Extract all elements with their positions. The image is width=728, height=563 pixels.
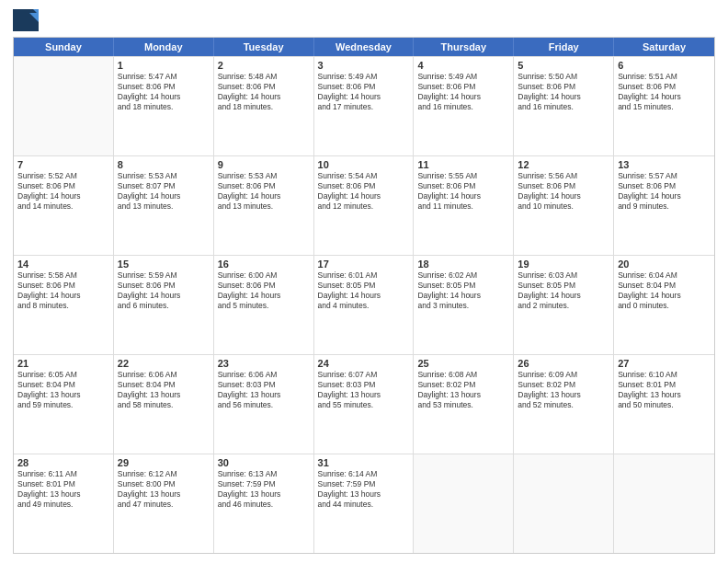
day-number: 16 xyxy=(218,259,310,270)
day-number: 15 xyxy=(118,259,210,270)
header-day-tuesday: Tuesday xyxy=(214,38,314,56)
logo xyxy=(13,9,42,31)
header-day-sunday: Sunday xyxy=(14,38,114,56)
cell-line: Sunset: 7:59 PM xyxy=(218,479,310,489)
day-number: 23 xyxy=(218,358,310,369)
day-number: 19 xyxy=(518,259,609,270)
cell-line: Sunset: 8:07 PM xyxy=(118,181,210,191)
cell-line: Sunrise: 5:47 AM xyxy=(118,72,210,82)
calendar-cell: 22Sunrise: 6:06 AMSunset: 8:04 PMDayligh… xyxy=(114,355,214,454)
cell-line: and 58 minutes. xyxy=(118,400,210,410)
logo-icon xyxy=(13,9,39,31)
cell-line: Sunset: 8:06 PM xyxy=(318,181,410,191)
calendar-cell xyxy=(614,454,714,553)
cell-line: Sunset: 8:00 PM xyxy=(118,479,210,489)
day-number: 4 xyxy=(417,60,509,71)
cell-line: Daylight: 14 hours xyxy=(218,191,310,201)
cell-line: and 55 minutes. xyxy=(318,400,410,410)
calendar-row-3: 21Sunrise: 6:05 AMSunset: 8:04 PMDayligh… xyxy=(14,354,714,454)
day-number: 22 xyxy=(118,358,210,369)
cell-line: Daylight: 13 hours xyxy=(17,390,109,400)
cell-line: and 12 minutes. xyxy=(318,201,410,212)
cell-line: Sunrise: 6:10 AM xyxy=(618,370,711,380)
calendar-cell: 14Sunrise: 5:58 AMSunset: 8:06 PMDayligh… xyxy=(14,256,114,354)
calendar-cell: 2Sunrise: 5:48 AMSunset: 8:06 PMDaylight… xyxy=(214,57,314,155)
day-number: 28 xyxy=(17,457,109,468)
header-day-wednesday: Wednesday xyxy=(314,38,415,56)
cell-line: Sunset: 7:59 PM xyxy=(318,479,410,489)
cell-line: Sunset: 8:06 PM xyxy=(118,82,210,92)
cell-line: and 47 minutes. xyxy=(118,500,210,510)
cell-line: Sunset: 8:06 PM xyxy=(118,281,210,291)
cell-line: Sunset: 8:06 PM xyxy=(417,181,509,191)
cell-line: Sunrise: 6:06 AM xyxy=(218,370,310,380)
cell-line: Sunset: 8:06 PM xyxy=(218,181,310,191)
cell-line: and 11 minutes. xyxy=(417,201,509,212)
calendar: SundayMondayTuesdayWednesdayThursdayFrid… xyxy=(13,37,715,554)
cell-line: Daylight: 13 hours xyxy=(218,489,310,500)
cell-line: and 17 minutes. xyxy=(318,102,410,112)
calendar-cell: 27Sunrise: 6:10 AMSunset: 8:01 PMDayligh… xyxy=(614,355,714,454)
cell-line: Sunrise: 5:59 AM xyxy=(118,270,210,281)
cell-line: and 46 minutes. xyxy=(218,500,310,510)
cell-line: Sunrise: 5:48 AM xyxy=(218,72,310,82)
cell-line: Sunset: 8:01 PM xyxy=(17,479,109,489)
cell-line: Sunset: 8:03 PM xyxy=(318,380,410,390)
cell-line: Sunrise: 6:09 AM xyxy=(518,370,609,380)
day-number: 21 xyxy=(17,358,109,369)
cell-line: Sunrise: 6:06 AM xyxy=(118,370,210,380)
calendar-cell: 17Sunrise: 6:01 AMSunset: 8:05 PMDayligh… xyxy=(314,256,415,354)
cell-line: Daylight: 14 hours xyxy=(518,291,609,301)
calendar-cell: 5Sunrise: 5:50 AMSunset: 8:06 PMDaylight… xyxy=(514,57,614,155)
cell-line: Daylight: 14 hours xyxy=(618,291,711,301)
day-number: 29 xyxy=(118,457,210,468)
cell-line: Sunset: 8:02 PM xyxy=(518,380,609,390)
calendar-row-1: 7Sunrise: 5:52 AMSunset: 8:06 PMDaylight… xyxy=(14,155,714,255)
calendar-row-4: 28Sunrise: 6:11 AMSunset: 8:01 PMDayligh… xyxy=(14,454,714,553)
cell-line: Daylight: 13 hours xyxy=(518,390,609,400)
day-number: 6 xyxy=(618,60,711,71)
cell-line: Sunrise: 5:49 AM xyxy=(417,72,509,82)
calendar-cell: 1Sunrise: 5:47 AMSunset: 8:06 PMDaylight… xyxy=(114,57,214,155)
calendar-cell xyxy=(414,454,514,553)
cell-line: Daylight: 14 hours xyxy=(417,291,509,301)
cell-line: and 13 minutes. xyxy=(218,201,310,212)
calendar-cell: 11Sunrise: 5:55 AMSunset: 8:06 PMDayligh… xyxy=(414,156,514,255)
cell-line: Daylight: 14 hours xyxy=(518,191,609,201)
day-number: 7 xyxy=(17,159,109,170)
cell-line: Daylight: 14 hours xyxy=(417,191,509,201)
calendar-cell: 16Sunrise: 6:00 AMSunset: 8:06 PMDayligh… xyxy=(214,256,314,354)
cell-line: Daylight: 13 hours xyxy=(417,390,509,400)
cell-line: and 15 minutes. xyxy=(618,102,711,112)
calendar-cell: 30Sunrise: 6:13 AMSunset: 7:59 PMDayligh… xyxy=(214,454,314,553)
cell-line: and 44 minutes. xyxy=(318,500,410,510)
calendar-cell: 8Sunrise: 5:53 AMSunset: 8:07 PMDaylight… xyxy=(114,156,214,255)
calendar-cell: 15Sunrise: 5:59 AMSunset: 8:06 PMDayligh… xyxy=(114,256,214,354)
calendar-cell: 3Sunrise: 5:49 AMSunset: 8:06 PMDaylight… xyxy=(314,57,415,155)
calendar-cell: 20Sunrise: 6:04 AMSunset: 8:04 PMDayligh… xyxy=(614,256,714,354)
calendar-cell: 18Sunrise: 6:02 AMSunset: 8:05 PMDayligh… xyxy=(414,256,514,354)
header xyxy=(13,9,715,31)
cell-line: Sunrise: 5:50 AM xyxy=(518,72,609,82)
day-number: 18 xyxy=(417,259,509,270)
cell-line: Daylight: 14 hours xyxy=(318,92,410,102)
cell-line: Sunset: 8:04 PM xyxy=(618,281,711,291)
cell-line: Sunrise: 5:55 AM xyxy=(417,171,509,181)
cell-line: Sunrise: 5:57 AM xyxy=(618,171,711,181)
day-number: 3 xyxy=(318,60,410,71)
cell-line: Sunrise: 6:00 AM xyxy=(218,270,310,281)
header-day-thursday: Thursday xyxy=(414,38,514,56)
calendar-cell: 19Sunrise: 6:03 AMSunset: 8:05 PMDayligh… xyxy=(514,256,614,354)
cell-line: Daylight: 14 hours xyxy=(118,92,210,102)
day-number: 12 xyxy=(518,159,609,170)
cell-line: and 16 minutes. xyxy=(518,102,609,112)
cell-line: and 3 minutes. xyxy=(417,301,509,311)
cell-line: Daylight: 13 hours xyxy=(318,489,410,500)
day-number: 24 xyxy=(318,358,410,369)
svg-rect-0 xyxy=(13,9,39,31)
day-number: 20 xyxy=(618,259,711,270)
cell-line: Sunset: 8:06 PM xyxy=(417,82,509,92)
cell-line: Daylight: 14 hours xyxy=(318,191,410,201)
cell-line: Sunset: 8:04 PM xyxy=(118,380,210,390)
cell-line: Daylight: 14 hours xyxy=(17,291,109,301)
